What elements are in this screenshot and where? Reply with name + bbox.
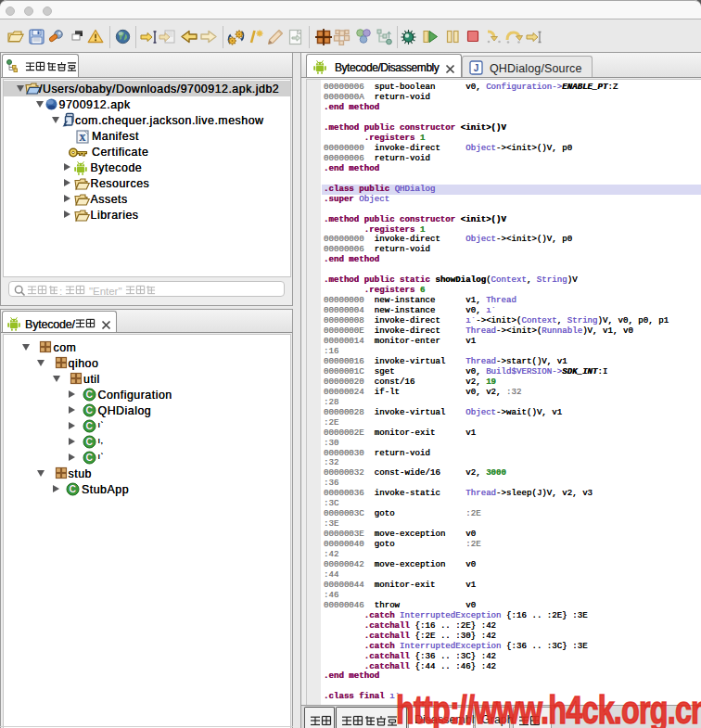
svg-text:C: C [85, 389, 93, 400]
svg-text:C: C [85, 420, 93, 431]
svg-text:C: C [85, 404, 93, 415]
svg-text:J: J [474, 63, 479, 73]
svg-text:C: C [85, 436, 93, 447]
svg-text:C: C [69, 483, 76, 494]
svg-text:X: X [79, 132, 86, 142]
svg-text:C: C [85, 452, 93, 463]
